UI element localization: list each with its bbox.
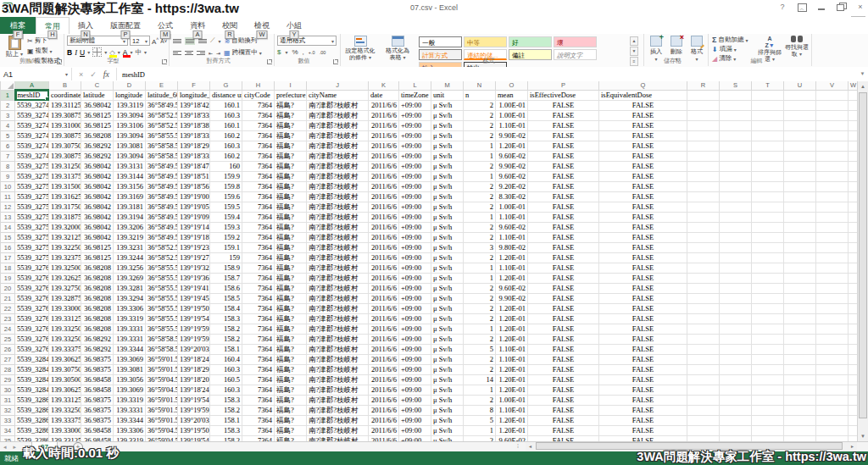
- column-header-V[interactable]: V: [816, 81, 849, 90]
- vertical-scrollbar[interactable]: ▲ ▼: [857, 81, 868, 441]
- row-header-28[interactable]: 28: [1, 365, 15, 375]
- cell-E24[interactable]: 36°58'55.5: [146, 324, 178, 335]
- cell-K16[interactable]: 2011/6/6: [369, 243, 399, 253]
- cell-V4[interactable]: [816, 121, 849, 131]
- cell-C17[interactable]: 36.98125: [81, 253, 114, 263]
- cell-B13[interactable]: 139.31875: [49, 213, 81, 223]
- cell-N17[interactable]: 2: [464, 253, 496, 263]
- cell-A2[interactable]: 5539_3274: [15, 101, 49, 111]
- bold-button[interactable]: B: [67, 48, 72, 57]
- cell-E7[interactable]: 36°58'58.5: [146, 152, 178, 162]
- cell-N28[interactable]: 2: [464, 365, 496, 375]
- row-header-10[interactable]: 10: [1, 182, 15, 192]
- cell-B27[interactable]: 139.30625: [49, 355, 81, 365]
- cell-J4[interactable]: 南?津郡?枝岐村: [307, 121, 369, 131]
- cell-V2[interactable]: [816, 101, 849, 111]
- cell-H6[interactable]: 7364: [242, 141, 275, 152]
- borders-icon[interactable]: [92, 47, 102, 57]
- cell-O34[interactable]: 1.20E-01: [496, 426, 528, 436]
- cell-R13[interactable]: [687, 213, 720, 223]
- cell-C27[interactable]: 36.98375: [81, 355, 114, 365]
- cell-S1[interactable]: [720, 90, 752, 101]
- cell-W23[interactable]: [849, 314, 858, 324]
- cell-G18[interactable]: 158.9: [210, 263, 242, 274]
- cell-M24[interactable]: μ Sv/h: [431, 324, 464, 335]
- cell-F16[interactable]: 139°19'23.2: [178, 243, 210, 253]
- help-icon[interactable]: ?: [776, 2, 788, 13]
- cell-E9[interactable]: 36°58'49.5: [146, 172, 178, 182]
- cell-D8[interactable]: 139.3131: [114, 162, 146, 172]
- cell-C25[interactable]: 36.98292: [81, 335, 114, 345]
- cell-K24[interactable]: 2011/6/6: [369, 324, 399, 335]
- cell-I22[interactable]: 福島?: [275, 304, 307, 314]
- cell-W27[interactable]: [849, 355, 858, 365]
- cell-G25[interactable]: 158.2: [210, 335, 242, 345]
- cell-J26[interactable]: 南?津郡?枝岐村: [307, 345, 369, 355]
- cell-S33[interactable]: [720, 416, 752, 426]
- cell-H11[interactable]: 7364: [242, 192, 275, 202]
- cell-F26[interactable]: 139°20'03.8: [178, 345, 210, 355]
- cell-V6[interactable]: [816, 141, 849, 152]
- cell-A21[interactable]: 5539_3276: [15, 294, 49, 304]
- cell-R16[interactable]: [687, 243, 720, 253]
- merge-center-button[interactable]: ▦跨欄置中 ▾: [224, 48, 262, 57]
- cell-N4[interactable]: 2: [464, 121, 496, 131]
- cell-M34[interactable]: μ Sv/h: [431, 426, 464, 436]
- cell-U27[interactable]: [784, 355, 816, 365]
- cell-R33[interactable]: [687, 416, 720, 426]
- cell-G27[interactable]: 160.4: [210, 355, 242, 365]
- cell-style-chip[interactable]: 好: [509, 36, 552, 47]
- cell-F20[interactable]: 139°19'41.2: [178, 284, 210, 294]
- cell-A30[interactable]: 5539_3284: [15, 385, 49, 396]
- cell-V20[interactable]: [816, 284, 849, 294]
- cell-G22[interactable]: 158.4: [210, 304, 242, 314]
- cell-S7[interactable]: [720, 152, 752, 162]
- cell-A17[interactable]: 5539_3275: [15, 253, 49, 263]
- cell-H10[interactable]: 7364: [242, 182, 275, 192]
- cell-A29[interactable]: 5539_3284: [15, 375, 49, 385]
- cell-D9[interactable]: 139.3144: [114, 172, 146, 182]
- cell-E29[interactable]: 36°59'04.5: [146, 375, 178, 385]
- cell-O2[interactable]: 1.00E-01: [496, 101, 528, 111]
- cell-J11[interactable]: 南?津郡?枝岐村: [307, 192, 369, 202]
- cell-V15[interactable]: [816, 233, 849, 243]
- cell-U19[interactable]: [784, 274, 816, 284]
- cell-R2[interactable]: [687, 101, 720, 111]
- cell-R17[interactable]: [687, 253, 720, 263]
- cell-P1[interactable]: isEffectiveDose: [528, 90, 599, 101]
- cell-S3[interactable]: [720, 111, 752, 121]
- row-header-17[interactable]: 17: [1, 253, 15, 263]
- grow-font-icon[interactable]: A˄: [152, 36, 159, 46]
- cell-G14[interactable]: 159.3: [210, 223, 242, 233]
- cell-P33[interactable]: FALSE: [528, 416, 599, 426]
- cell-G20[interactable]: 158.6: [210, 284, 242, 294]
- row-header-6[interactable]: 6: [1, 141, 15, 152]
- number-format-combo[interactable]: 通用格式▾: [277, 36, 337, 46]
- formula-bar-content[interactable]: meshID: [117, 70, 868, 79]
- cell-E23[interactable]: 36°58'55.5: [146, 314, 178, 324]
- cell-B5[interactable]: 139.30875: [49, 131, 81, 141]
- cell-T3[interactable]: [752, 111, 784, 121]
- cell-L22[interactable]: +09:00: [399, 304, 431, 314]
- cell-L1[interactable]: timeZone: [399, 90, 431, 101]
- row-header-21[interactable]: 21: [1, 294, 15, 304]
- cell-A11[interactable]: 5539_3275: [15, 192, 49, 202]
- cell-H23[interactable]: 7364: [242, 314, 275, 324]
- cell-M25[interactable]: μ Sv/h: [431, 335, 464, 345]
- cell-I20[interactable]: 福島?: [275, 284, 307, 294]
- cell-T5[interactable]: [752, 131, 784, 141]
- phonetic-icon[interactable]: 中: [135, 48, 142, 57]
- cell-H25[interactable]: 7364: [242, 335, 275, 345]
- row-header-29[interactable]: 29: [1, 375, 15, 385]
- cell-H8[interactable]: 7364: [242, 162, 275, 172]
- cell-W14[interactable]: [849, 223, 858, 233]
- cell-U1[interactable]: [784, 90, 816, 101]
- cell-D30[interactable]: 139.3069: [114, 385, 146, 396]
- tab-insert[interactable]: 插入 N: [70, 17, 102, 34]
- cell-A13[interactable]: 5539_3275: [15, 213, 49, 223]
- cell-W31[interactable]: [849, 396, 858, 406]
- cell-J22[interactable]: 南?津郡?枝岐村: [307, 304, 369, 314]
- cell-E26[interactable]: 36°58'58.5: [146, 345, 178, 355]
- cell-Q19[interactable]: FALSE: [599, 274, 687, 284]
- cell-J1[interactable]: cityName: [307, 90, 369, 101]
